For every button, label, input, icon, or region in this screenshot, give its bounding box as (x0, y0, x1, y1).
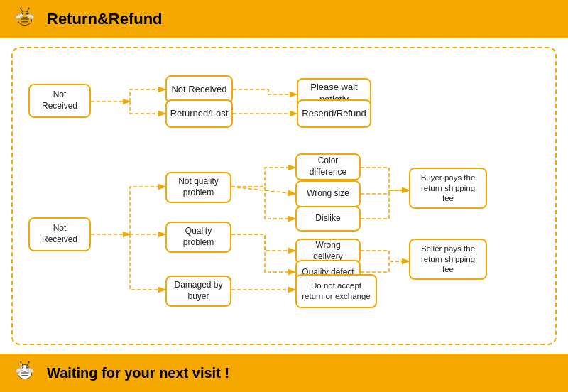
bee-icon-header (11, 6, 38, 33)
svg-point-11 (26, 13, 28, 14)
svg-line-8 (27, 9, 29, 12)
box-seller-pays: Seller pays the return shipping fee (409, 239, 487, 280)
svg-line-6 (21, 9, 23, 12)
box-resend-refund: Resend/Refund (297, 99, 371, 128)
box-not-quality-problem: Not quality problem (165, 172, 231, 203)
box-returned-lost: Returned/Lost (165, 99, 233, 128)
box-buyer-pays: Buyer pays the return shipping fee (409, 168, 487, 209)
box-not-received-top-left: Not Received (28, 84, 91, 118)
box-quality-problem: Quality problem (165, 222, 231, 253)
svg-point-23 (22, 366, 23, 368)
box-do-not-accept: Do not accept return or exchange (295, 274, 377, 308)
box-wrong-size: Wrong size (295, 180, 361, 207)
svg-point-10 (22, 13, 23, 14)
bee-icon-footer (11, 359, 38, 386)
svg-line-19 (21, 363, 23, 366)
main-content: Not Received Not Received Returned/Lost … (11, 47, 557, 345)
footer: Waiting for your next visit ! (0, 354, 568, 392)
svg-point-9 (28, 8, 30, 9)
svg-point-22 (28, 361, 30, 363)
box-color-difference: Color difference (295, 153, 361, 180)
box-dislike: Dislike (295, 206, 361, 232)
footer-title: Waiting for your next visit ! (47, 365, 229, 381)
svg-line-21 (27, 363, 29, 366)
svg-point-24 (26, 366, 28, 368)
header: Return&Refund (0, 0, 568, 38)
svg-point-20 (20, 361, 21, 363)
header-title: Return&Refund (47, 10, 163, 28)
flowchart: Not Received Not Received Returned/Lost … (13, 48, 555, 344)
box-not-received-bottom-left: Not Received (28, 217, 91, 251)
svg-point-7 (20, 8, 21, 9)
box-damaged-by-buyer: Damaged by buyer (165, 276, 231, 307)
